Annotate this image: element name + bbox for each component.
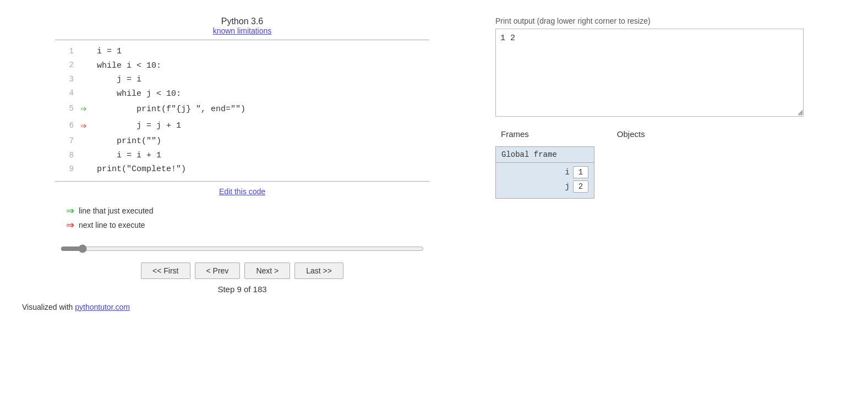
- legend-green: ⇒ line that just executed: [66, 205, 153, 217]
- next-button[interactable]: Next >: [244, 262, 290, 279]
- code-header: Python 3.6 known limitations: [213, 17, 272, 35]
- last-button[interactable]: Last >>: [294, 262, 343, 279]
- line-number: 7: [61, 135, 74, 148]
- first-button[interactable]: << First: [141, 262, 190, 279]
- code-line: 9print("Complete!"): [55, 162, 429, 177]
- red-arrow: ⇒: [80, 118, 97, 135]
- line-number: 5: [61, 102, 74, 116]
- code-text: i = 1: [97, 45, 122, 59]
- line-number: 8: [61, 149, 74, 162]
- code-text: print(f"{j} ", end=""): [97, 102, 245, 117]
- code-line: 3 j = i: [55, 73, 429, 87]
- green-arrow: ⇒: [80, 101, 97, 118]
- step-slider[interactable]: [61, 244, 424, 253]
- prev-button[interactable]: < Prev: [195, 262, 241, 279]
- red-arrow-icon: ⇒: [66, 219, 74, 231]
- line-number: 6: [61, 119, 74, 133]
- frame-var-row: i1: [501, 166, 588, 178]
- visualized-with-text: Visualized with: [22, 303, 75, 311]
- frame-var-name: j: [565, 182, 570, 191]
- nav-buttons: << First < Prev Next > Last >>: [141, 262, 343, 279]
- code-line: 1i = 1: [55, 45, 429, 59]
- python-version-title: Python 3.6: [213, 17, 272, 26]
- objects-label: Objects: [617, 129, 645, 139]
- green-arrow-icon: ⇒: [66, 205, 74, 217]
- visualized-with: Visualized with pythontutor.com: [11, 303, 130, 311]
- code-line: 5⇒ print(f"{j} ", end=""): [55, 101, 429, 118]
- code-text: while j < 10:: [97, 87, 181, 101]
- frame-var-value: 2: [573, 180, 588, 193]
- code-text: i = i + 1: [97, 149, 161, 163]
- legend-green-label: line that just executed: [79, 206, 153, 215]
- print-output-value: 1 2: [500, 34, 515, 43]
- legend-red: ⇒ next line to execute: [66, 219, 153, 231]
- pythontutor-link[interactable]: pythontutor.com: [75, 303, 130, 311]
- edit-code-link[interactable]: Edit this code: [219, 187, 265, 196]
- line-number: 1: [61, 45, 74, 58]
- red-arrow-icon: ⇒: [80, 118, 86, 135]
- print-output-box: 1 2: [495, 29, 804, 117]
- step-info: Step 9 of 183: [217, 284, 266, 294]
- line-number: 2: [61, 59, 74, 72]
- resize-indicator: ◢: [798, 108, 803, 116]
- line-number: 9: [61, 163, 74, 176]
- green-arrow-icon: ⇒: [80, 101, 86, 118]
- legend: ⇒ line that just executed ⇒ next line to…: [66, 205, 153, 233]
- frame-var-name: i: [565, 168, 570, 177]
- print-output-label: Print output (drag lower right corner to…: [495, 17, 857, 25]
- global-frame-box: Global frame i1j2: [495, 146, 594, 199]
- code-line: 2while i < 10:: [55, 59, 429, 73]
- global-frame-title: Global frame: [496, 147, 594, 163]
- frame-var-value: 1: [573, 166, 588, 178]
- frames-objects-header: Frames Objects: [501, 129, 857, 139]
- left-panel: Python 3.6 known limitations 1i = 12whil…: [0, 11, 484, 394]
- code-line: 6⇒ j = j + 1: [55, 118, 429, 135]
- code-text: print(""): [97, 134, 161, 149]
- legend-red-label: next line to execute: [79, 221, 145, 229]
- edit-link-container: Edit this code: [219, 187, 265, 196]
- code-line: 4 while j < 10:: [55, 87, 429, 101]
- line-number: 4: [61, 87, 74, 100]
- code-text: while i < 10:: [97, 59, 161, 73]
- code-text: print("Complete!"): [97, 162, 186, 177]
- slider-container: [61, 244, 424, 255]
- line-number: 3: [61, 73, 74, 86]
- frame-vars: i1j2: [496, 163, 594, 198]
- code-container: 1i = 12while i < 10:3 j = i4 while j < 1…: [55, 40, 429, 182]
- frames-label: Frames: [501, 129, 529, 139]
- right-panel: Print output (drag lower right corner to…: [484, 11, 868, 394]
- known-limitations-link[interactable]: known limitations: [213, 26, 272, 35]
- code-text: j = j + 1: [97, 119, 181, 133]
- code-line: 8 i = i + 1: [55, 149, 429, 163]
- code-text: j = i: [97, 73, 141, 87]
- frame-var-row: j2: [501, 180, 588, 193]
- code-line: 7 print(""): [55, 134, 429, 149]
